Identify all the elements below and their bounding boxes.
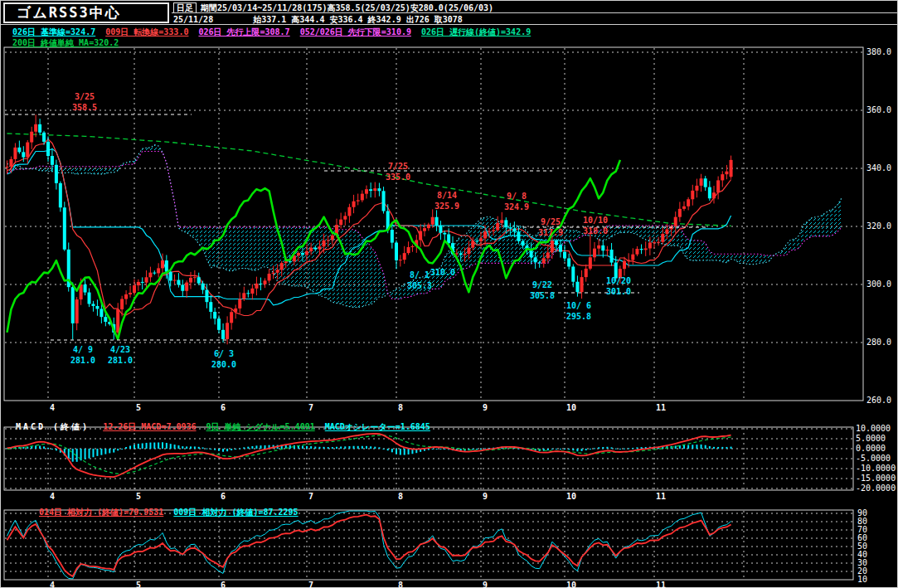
month-label: 9 [483, 492, 488, 501]
month-label: 11 [656, 403, 666, 412]
macd-axis-label: 10.0000 [856, 424, 891, 433]
month-label: 9 [483, 403, 488, 412]
price-axis-label: 360.0 [866, 105, 891, 114]
macd-axis-label: 5.0000 [856, 434, 886, 443]
month-label: 8 [398, 492, 403, 501]
month-label: 6 [221, 581, 226, 588]
legend-item[interactable]: 009日 相対力 (終値)=87.2295 [173, 508, 298, 517]
macd-axis-label: -15.0000 [856, 474, 896, 483]
month-label: 5 [136, 492, 141, 501]
price-axis-label: 280.0 [866, 338, 891, 347]
price-axis-label: 320.0 [866, 221, 891, 231]
session-ohlc: 始337.1 高344.4 安336.4 終342.9 出726 取3078 [253, 15, 463, 24]
month-label: 11 [656, 492, 666, 501]
annotation-low: 10/20 301.0 [606, 275, 631, 297]
annotation-low: 4/ 9 281.0 [70, 344, 95, 366]
month-label: 9 [483, 581, 488, 588]
month-label: 8 [398, 403, 403, 412]
month-label: 10 [566, 403, 576, 412]
annotation-high: 9/ 8 324.9 [504, 191, 529, 212]
price-axis-label: 340.0 [866, 163, 891, 173]
header-divider-2 [1, 24, 898, 25]
instrument-title: ゴムRSS3中心 [3, 2, 169, 23]
rsi-legend: 014日 相対力 (終値)=79.9531009日 相対力 (終値)=87.22… [39, 507, 308, 518]
legend-item[interactable]: 026日 基準線=324.7 [12, 27, 95, 36]
legend-item[interactable]: 014日 相対力 (終値)=79.9531 [39, 508, 163, 517]
annotation-low: 8/ 1 305.3 [407, 270, 432, 291]
ichimoku-legend-row-1: 026日 基準線=324.7009日 転換線=333.0026日 先行上限=30… [12, 27, 541, 38]
macd-axis-label: -10.0000 [856, 464, 896, 473]
legend-item[interactable]: 200日 終値単純 MA=320.2 [12, 38, 119, 47]
month-label: 4 [50, 581, 55, 588]
price-axis-label: 380.0 [866, 47, 891, 56]
month-label: 4 [50, 492, 55, 501]
ichimoku-legend-row-2: 200日 終値単純 MA=320.2 [12, 37, 129, 49]
month-label: 6 [221, 492, 226, 501]
month-label: 10 [566, 581, 576, 588]
month-label: 8 [398, 581, 403, 588]
month-label: 11 [656, 581, 666, 588]
month-label: 6 [221, 403, 226, 412]
annotation-high: 7/25 335.0 [386, 161, 410, 182]
rsi-axis-label: 10 [857, 575, 867, 584]
header-divider-1 [172, 12, 897, 13]
month-label: 10 [566, 492, 576, 501]
price-axis-label: 260.0 [866, 396, 891, 405]
annotation-high: 10/10 318.0 [583, 215, 608, 236]
legend-item[interactable]: 026日 先行上限=308.7 [198, 27, 289, 36]
month-label: 7 [308, 492, 313, 501]
month-label: 7 [308, 403, 313, 412]
macd-axis-label: -5.0000 [856, 454, 891, 463]
chart-window: ゴムRSS3中心 日足期間25/03/14~25/11/28(175)高358.… [0, 0, 898, 588]
legend-item[interactable]: 9日 単純 シグナル=5.4091 [206, 422, 315, 431]
legend-item[interactable]: 026日 遅行線(終値)=342.9 [421, 27, 531, 36]
session-date: 25/11/28 [173, 15, 213, 24]
price-axis-label: 300.0 [866, 279, 891, 289]
month-label: 5 [136, 581, 141, 588]
annotation-low: 310.0 [430, 267, 455, 278]
macd-legend: MACD (終値) 12-26日 MACD=7.09369日 単純 シグナル=5… [16, 421, 440, 433]
annotation-high: 8/14 325.9 [434, 190, 459, 211]
annotation-low: 10/ 6 295.8 [566, 300, 591, 322]
annotation-high: 9/25 317.9 [538, 216, 563, 238]
annotation-low: 6/ 3 280.0 [211, 348, 236, 370]
legend-item[interactable]: 12-26日 MACD=7.0936 [103, 422, 196, 431]
macd-axis-label: -20.0000 [856, 484, 896, 493]
legend-item[interactable]: 009日 転換線=333.0 [105, 27, 188, 36]
legend-item[interactable]: 052/026日 先行下限=310.9 [300, 27, 411, 36]
annotation-high: 3/25 358.5 [72, 91, 97, 113]
month-label: 7 [308, 581, 313, 588]
month-label: 4 [50, 403, 55, 412]
period-range-label: 期間25/03/14~25/11/28(175)高358.5(25/03/25)… [201, 3, 493, 12]
legend-item[interactable]: MACDオシレーター=1.6845 [325, 422, 430, 431]
annotation-low: 9/22 305.8 [530, 279, 555, 301]
macd-title: MACD (終値) [16, 422, 90, 431]
month-label: 5 [136, 403, 141, 412]
macd-axis-label: 0.0000 [856, 444, 886, 453]
annotation-low: 4/23 281.0 [108, 344, 133, 366]
